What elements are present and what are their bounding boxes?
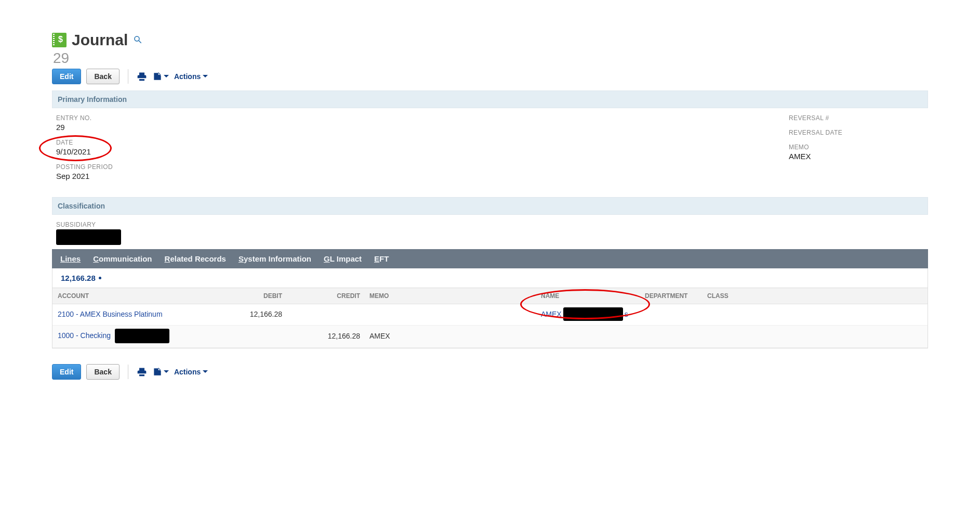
divider: [128, 365, 128, 379]
print-icon[interactable]: [137, 71, 147, 82]
cell-debit: 12,166.28: [214, 310, 292, 318]
entry-no-value: 29: [56, 123, 789, 132]
posting-period-value: Sep 2021: [56, 172, 789, 180]
back-button[interactable]: Back: [86, 69, 119, 84]
import-icon[interactable]: [152, 367, 169, 377]
journal-icon: [52, 33, 67, 47]
memo-value: AMEX: [789, 152, 924, 161]
cell-account[interactable]: 1000 - Checking: [58, 329, 214, 343]
col-credit[interactable]: CREDIT: [292, 292, 369, 300]
edit-button[interactable]: Edit: [52, 364, 81, 380]
table-row: 2100 - AMEX Business Platinum 12,166.28 …: [52, 304, 928, 326]
table-row: 1000 - Checking 12,166.28 AMEX: [52, 326, 928, 348]
cell-name[interactable]: AMEXs: [541, 307, 645, 321]
search-icon[interactable]: [133, 35, 142, 46]
edit-button[interactable]: Edit: [52, 69, 81, 84]
classification-fields: SUBSIDIARY: [52, 215, 928, 249]
col-class[interactable]: CLASS: [707, 292, 759, 300]
import-icon[interactable]: [152, 71, 169, 82]
name-prefix: AMEX: [541, 310, 562, 318]
date-label: DATE: [56, 139, 789, 146]
back-button[interactable]: Back: [86, 364, 119, 380]
redacted-block: [563, 307, 623, 321]
entry-no-label: ENTRY NO.: [56, 114, 789, 122]
section-primary-information: Primary Information: [52, 90, 928, 108]
actions-dropdown[interactable]: Actions: [174, 72, 208, 81]
subsidiary-label: SUBSIDIARY: [56, 221, 924, 228]
redacted-block: [115, 329, 169, 343]
cell-memo: AMEX: [369, 332, 541, 340]
tab-eft[interactable]: EFT: [374, 254, 389, 263]
actions-label: Actions: [174, 368, 201, 376]
actions-label: Actions: [174, 72, 201, 81]
toolbar-bottom: Edit Back Actions: [52, 364, 928, 380]
caret-down-icon: [164, 368, 169, 376]
record-id: 29: [53, 51, 928, 66]
redacted-block: [56, 229, 121, 245]
toolbar-top: Edit Back Actions: [52, 69, 928, 84]
tab-related-records[interactable]: Related Records: [165, 254, 226, 263]
section-classification: Classification: [52, 197, 928, 215]
lines-total[interactable]: 12,166.28: [61, 274, 96, 282]
divider: [128, 69, 128, 84]
tabstrip: LLinesines Communication Related Records…: [52, 249, 928, 268]
date-value: 9/10/2021: [56, 147, 789, 156]
tab-lines[interactable]: LLinesines: [60, 254, 81, 263]
reversal-date-label: REVERSAL DATE: [789, 129, 924, 136]
col-name[interactable]: NAME: [541, 292, 645, 300]
col-account[interactable]: ACCOUNT: [58, 292, 214, 300]
col-department[interactable]: DEPARTMENT: [645, 292, 707, 300]
table-header-row: ACCOUNT DEBIT CREDIT MEMO NAME DEPARTMEN…: [52, 288, 928, 304]
name-suffix: s: [625, 310, 628, 318]
caret-down-icon: [164, 72, 169, 81]
print-icon[interactable]: [137, 367, 147, 377]
tab-communication[interactable]: Communication: [93, 254, 152, 263]
actions-dropdown[interactable]: Actions: [174, 368, 208, 376]
cell-credit: 12,166.28: [292, 332, 369, 340]
col-debit[interactable]: DEBIT: [214, 292, 292, 300]
page-title: Journal: [72, 31, 128, 49]
tab-gl-impact[interactable]: GL Impact: [324, 254, 362, 263]
caret-down-icon: [203, 72, 208, 81]
reversal-no-label: REVERSAL #: [789, 114, 924, 122]
svg-point-0: [135, 36, 139, 41]
subsidiary-value: [56, 229, 924, 245]
cell-account[interactable]: 2100 - AMEX Business Platinum: [58, 310, 214, 318]
lines-subtab-bar: 12,166.28: [52, 268, 928, 288]
account-prefix: 1000 - Checking: [58, 331, 111, 340]
svg-line-1: [139, 41, 142, 43]
tab-system-information[interactable]: System Information: [239, 254, 311, 263]
col-memo[interactable]: MEMO: [369, 292, 541, 300]
posting-period-label: POSTING PERIOD: [56, 163, 789, 171]
dot-icon: [99, 277, 101, 279]
caret-down-icon: [203, 368, 208, 376]
primary-fields: ENTRY NO. 29 DATE 9/10/2021 POSTING PERI…: [52, 108, 928, 197]
memo-label: MEMO: [789, 144, 924, 151]
lines-table: ACCOUNT DEBIT CREDIT MEMO NAME DEPARTMEN…: [52, 288, 928, 348]
